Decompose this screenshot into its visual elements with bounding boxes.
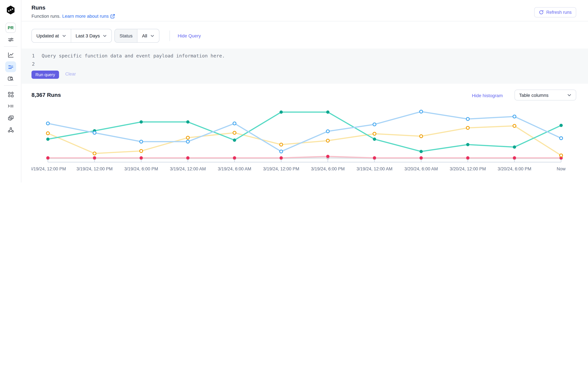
webhooks-icon[interactable]: [5, 124, 16, 135]
refresh-icon: [539, 10, 544, 15]
query-placeholder-text: Query specific function data and event p…: [42, 53, 225, 58]
svg-text:3/19/24, 6:00 PM: 3/19/24, 6:00 PM: [124, 166, 158, 171]
line-number: 1: [32, 53, 35, 58]
main-content: Runs Function runs. Learn more about run…: [22, 0, 588, 182]
time-range-label: Last 3 Days: [75, 33, 100, 38]
table-header: StatusRun IDErrorTagQueued atEnded atFun…: [22, 180, 588, 182]
time-field-dropdown[interactable]: Updated at: [32, 29, 71, 42]
refresh-runs-label: Refresh runs: [546, 10, 572, 15]
status-filter-label: Status: [115, 29, 137, 42]
hide-query-link[interactable]: Hide Query: [178, 33, 201, 38]
runs-icon[interactable]: [5, 61, 16, 72]
inngest-logo-icon[interactable]: [6, 6, 15, 14]
sidebar-divider: [4, 46, 17, 47]
svg-text:3/19/24, 12:00 PM: 3/19/24, 12:00 PM: [32, 166, 66, 171]
status-filter-value: All: [142, 33, 147, 38]
filter-bar: Updated at Last 3 Days Status All Hide Q…: [32, 29, 201, 43]
sidebar: PR CN: [0, 0, 21, 182]
histogram-svg: 3/19/24, 12:00 PM3/19/24, 12:00 PM3/19/2…: [32, 104, 566, 172]
chevron-down-icon: [103, 34, 107, 38]
svg-text:3/20/24, 6:00 AM: 3/20/24, 6:00 AM: [404, 166, 438, 171]
chevron-down-icon: [150, 34, 154, 38]
workspace-badge[interactable]: PR: [6, 23, 16, 33]
line-number: 2: [32, 61, 35, 67]
clear-query-button[interactable]: Clear: [65, 71, 76, 77]
status-filter: Status All: [115, 29, 159, 43]
page-title: Runs: [32, 5, 45, 11]
svg-text:3/19/24, 12:00 PM: 3/19/24, 12:00 PM: [76, 166, 113, 171]
external-link-icon: [110, 14, 115, 19]
svg-text:Now: Now: [557, 166, 566, 171]
hide-histogram-link[interactable]: Hide histogram: [472, 93, 503, 98]
page-subtitle: Function runs.: [32, 14, 61, 19]
svg-text:3/20/24, 6:00 PM: 3/20/24, 6:00 PM: [498, 166, 531, 171]
svg-text:3/19/24, 12:00 AM: 3/19/24, 12:00 AM: [356, 166, 392, 171]
svg-text:3/19/24, 12:00 AM: 3/19/24, 12:00 AM: [170, 166, 206, 171]
runs-count: 8,367 Runs: [32, 92, 61, 98]
svg-text:3/20/24, 12:00 PM: 3/20/24, 12:00 PM: [450, 166, 486, 171]
environments-icon[interactable]: [5, 112, 16, 123]
runs-histogram: 3/19/24, 12:00 PM3/19/24, 12:00 PM3/19/2…: [32, 104, 566, 172]
filters-icon[interactable]: [5, 34, 16, 45]
status-filter-dropdown[interactable]: All: [137, 29, 159, 42]
results-header: 8,367 Runs Hide histogram Table columns: [22, 84, 588, 103]
time-filter: Updated at Last 3 Days: [32, 29, 112, 43]
svg-text:3/19/24, 12:00 PM: 3/19/24, 12:00 PM: [263, 166, 299, 171]
series-queued: [48, 126, 561, 155]
series-failed: [48, 156, 561, 158]
refresh-runs-button[interactable]: Refresh runs: [534, 7, 576, 17]
time-range-dropdown[interactable]: Last 3 Days: [71, 29, 112, 42]
page-header: Runs Function runs. Learn more about run…: [22, 0, 588, 21]
query-editor[interactable]: 1 Query specific function data and event…: [22, 49, 588, 84]
time-field-label: Updated at: [36, 33, 59, 38]
runs-table: StatusRun IDErrorTagQueued atEnded atFun…: [22, 180, 588, 182]
event-search-icon[interactable]: [5, 73, 16, 84]
filter-divider: [169, 30, 170, 41]
functions-icon[interactable]: [5, 101, 16, 112]
svg-text:3/19/24, 6:00 AM: 3/19/24, 6:00 AM: [218, 166, 251, 171]
run-query-button[interactable]: Run query: [32, 70, 59, 79]
runs-page: PR CN: [0, 0, 588, 182]
chevron-down-icon: [62, 34, 66, 38]
sidebar-divider: [4, 85, 17, 86]
table-columns-dropdown[interactable]: Table columns: [514, 90, 576, 100]
metrics-icon[interactable]: [5, 49, 16, 60]
learn-more-label: Learn more about runs: [62, 14, 109, 19]
apps-icon[interactable]: [5, 89, 16, 100]
chevron-down-icon: [567, 93, 572, 97]
table-columns-label: Table columns: [519, 92, 548, 98]
learn-more-link[interactable]: Learn more about runs: [62, 14, 115, 19]
svg-text:3/19/24, 6:00 PM: 3/19/24, 6:00 PM: [311, 166, 345, 171]
